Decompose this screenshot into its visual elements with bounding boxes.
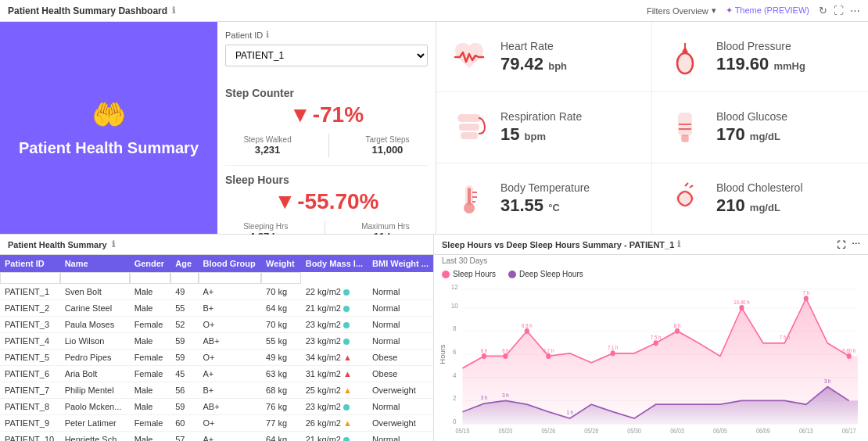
col-bmi[interactable]: Body Mass I... (301, 255, 368, 272)
cell-age: 59 (170, 350, 198, 366)
topbar-info-icon[interactable]: ℹ (172, 5, 175, 16)
cell-weight: 76 kg (261, 399, 301, 415)
col-age[interactable]: Age (170, 255, 198, 272)
step-counter-section: Step Counter ▼ -71% Steps Walked 3,231 T… (225, 79, 428, 166)
svg-text:6: 6 (453, 347, 457, 356)
cell-gender: Male (130, 333, 171, 350)
svg-text:10: 10 (451, 301, 458, 310)
cell-blood: O+ (199, 350, 262, 366)
banner-title: Patient Health Summary (19, 138, 199, 158)
blood-glucose-label: Blood Glucose (716, 110, 787, 123)
dashboard-title: Patient Health Summary Dashboard (8, 5, 167, 16)
cell-bmi-status: Obese (368, 350, 433, 366)
cell-age: 57 (170, 432, 198, 442)
filter-age[interactable] (170, 272, 198, 284)
filter-patient-id[interactable] (0, 272, 60, 284)
chart-expand-icon[interactable]: ⛶ (837, 240, 845, 249)
cell-name: Lio Wilson (60, 333, 130, 350)
cell-blood: AB+ (199, 333, 262, 350)
chart-area: 0 2 4 6 8 10 12 14 Hours (434, 280, 868, 441)
table-row: PATIENT_8 Paolo Mcken... Male 59 AB+ 76 … (0, 399, 433, 415)
steps-walked: Steps Walked 3,231 (243, 135, 291, 156)
main-content: 🤲 Patient Health Summary Patient ID ℹ PA… (0, 22, 868, 441)
vitals-panel: Heart Rate 79.42 bph Blood Pressure 119.… (436, 22, 868, 234)
svg-text:05/28: 05/28 (584, 428, 598, 436)
cell-blood: O+ (199, 415, 262, 432)
cell-patient-id: PATIENT_4 (0, 333, 60, 350)
svg-point-60 (611, 350, 615, 356)
refresh-icon[interactable]: ↻ (819, 5, 827, 16)
patient-select[interactable]: PATIENT_1 PATIENT_2 PATIENT_3 (225, 45, 428, 66)
heart-rate-info: Heart Rate 79.42 bph (500, 40, 567, 74)
table-row: PATIENT_3 Paula Moses Female 52 O+ 70 kg… (0, 317, 433, 333)
cell-name: Philip Mentel (60, 382, 130, 399)
cell-bmi: 21 kg/m2 (301, 300, 368, 317)
heart-rate-icon (449, 37, 490, 77)
svg-text:05/15: 05/15 (456, 428, 470, 436)
filter-name[interactable] (60, 272, 130, 284)
chart-more-icon[interactable]: ⋯ (852, 239, 860, 249)
chart-title-area: Sleep Hours vs Deep Sleep Hours Summary … (442, 239, 680, 249)
blood-glucose-info: Blood Glucose 170 mg/dL (716, 110, 787, 145)
expand-icon[interactable]: ⛶ (834, 5, 844, 16)
svg-text:05/30: 05/30 (627, 428, 641, 436)
temperature-value: 31.55 °C (500, 195, 590, 216)
step-counter-values: Steps Walked 3,231 Target Steps 11,000 (225, 134, 428, 157)
cell-gender: Female (130, 366, 171, 382)
svg-text:8: 8 (453, 324, 457, 333)
col-bmi-status[interactable]: BMI Weight ... (368, 255, 433, 272)
topbar-left: Patient Health Summary Dashboard ℹ (8, 5, 175, 16)
blood-glucose-icon (665, 107, 705, 148)
col-weight[interactable]: Weight (261, 255, 301, 272)
topbar-right: Filters Overview ▾ ✦ Theme (PREVIEW) ↻ ⛶… (647, 5, 860, 16)
table-row: PATIENT_9 Peter Latimer Female 60 O+ 77 … (0, 415, 433, 432)
svg-point-58 (525, 328, 529, 334)
cell-bmi: 22 kg/m2 (301, 284, 368, 300)
filter-gender[interactable] (130, 272, 171, 284)
filter-blood[interactable] (199, 272, 262, 284)
temperature-label: Body Temperature (500, 181, 590, 194)
cell-name: Paolo Mcken... (60, 399, 130, 415)
table-info-icon[interactable]: ℹ (112, 239, 115, 249)
svg-text:06/13: 06/13 (799, 428, 813, 436)
cell-age: 55 (170, 300, 198, 317)
cell-blood: B+ (199, 300, 262, 317)
svg-text:8 h: 8 h (481, 347, 488, 353)
cell-name: Carine Steel (60, 300, 130, 317)
table-title: Patient Health Summary (8, 240, 107, 249)
chart-legend: Sleep Hours Deep Sleep Hours (434, 268, 868, 280)
col-name[interactable]: Name (60, 255, 130, 272)
svg-text:10.40 h: 10.40 h (733, 299, 750, 305)
svg-text:0: 0 (453, 418, 457, 426)
col-gender[interactable]: Gender (130, 255, 171, 272)
cell-patient-id: PATIENT_8 (0, 399, 60, 415)
chart-info-icon[interactable]: ℹ (677, 239, 680, 249)
cell-age: 45 (170, 366, 198, 382)
filters-button[interactable]: Filters Overview ▾ (647, 5, 716, 16)
svg-text:3 h: 3 h (502, 392, 509, 398)
vital-blood-glucose: Blood Glucose 170 mg/dL (652, 92, 868, 163)
cell-patient-id: PATIENT_10 (0, 432, 60, 442)
patient-info-icon[interactable]: ℹ (266, 30, 269, 40)
blood-glucose-value: 170 mg/dL (716, 124, 787, 145)
chart-section: Sleep Hours vs Deep Sleep Hours Summary … (434, 235, 868, 441)
table-row: PATIENT_2 Carine Steel Male 55 B+ 64 kg … (0, 300, 433, 317)
filter-weight[interactable] (261, 272, 301, 284)
theme-button[interactable]: ✦ Theme (PREVIEW) (726, 5, 809, 16)
cell-gender: Female (130, 350, 171, 366)
svg-text:05/20: 05/20 (498, 428, 512, 436)
table-section: Patient Health Summary ℹ Patient ID Name… (0, 235, 434, 441)
cell-blood: A+ (199, 284, 262, 300)
cell-gender: Male (130, 284, 171, 300)
svg-rect-9 (682, 135, 688, 142)
cell-patient-id: PATIENT_7 (0, 382, 60, 399)
col-blood[interactable]: Blood Group (199, 255, 262, 272)
col-patient-id[interactable]: Patient ID (0, 255, 60, 272)
svg-point-61 (654, 340, 658, 346)
blood-pressure-info: Blood Pressure 119.60 mmHg (716, 40, 805, 74)
svg-text:6 h: 6 h (502, 347, 509, 353)
cell-weight: 68 kg (261, 382, 301, 399)
more-icon[interactable]: ⋯ (850, 5, 860, 16)
cell-weight: 70 kg (261, 284, 301, 300)
table-header: Patient Health Summary ℹ (0, 235, 433, 255)
